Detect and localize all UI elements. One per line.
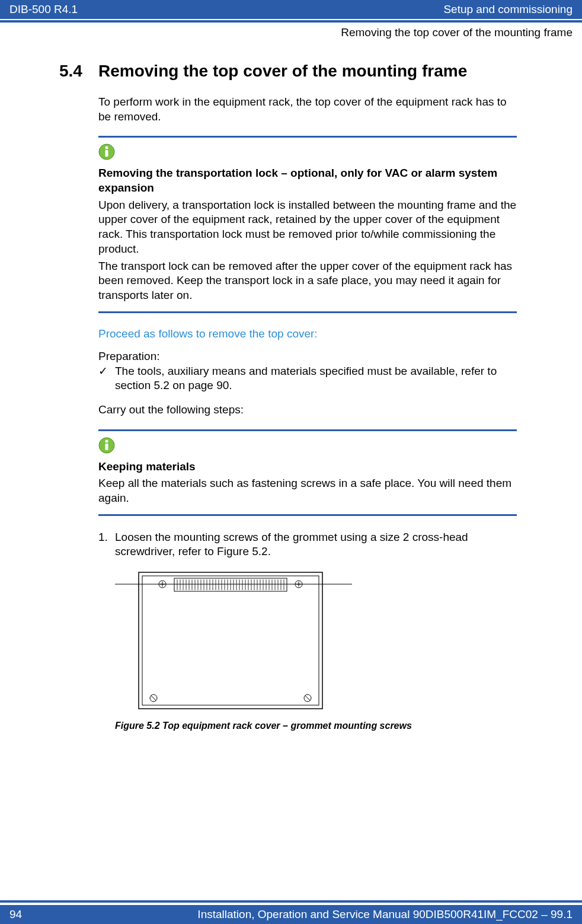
footer-text: Installation, Operation and Service Manu… [197, 908, 573, 921]
footer-overline [0, 900, 582, 903]
svg-line-54 [151, 696, 156, 700]
svg-rect-6 [139, 572, 322, 709]
note1-heading: Removing the transportation lock – optio… [98, 166, 517, 195]
header-right: Setup and commissioning [443, 3, 573, 16]
note1-p1: Upon delivery, a transportation lock is … [98, 198, 517, 257]
note2-heading: Keeping materials [98, 460, 517, 474]
figure-5-2 [115, 566, 517, 717]
section-title: Removing the top cover of the mounting f… [98, 62, 467, 81]
svg-point-4 [105, 439, 108, 442]
section-heading: 5.4 Removing the top cover of the mounti… [59, 62, 517, 81]
sub-header: Removing the top cover of the mounting f… [0, 23, 582, 39]
svg-rect-5 [105, 444, 108, 450]
intro-paragraph: To perform work in the equipment rack, t… [98, 95, 517, 124]
step-1-number: 1. [98, 530, 115, 559]
procedure-heading: Proceed as follows to remove the top cov… [98, 327, 517, 340]
page: DIB-500 R4.1 Setup and commissioning Rem… [0, 0, 582, 924]
info-icon [98, 437, 115, 454]
svg-rect-7 [142, 576, 319, 705]
figure-svg [115, 566, 352, 715]
note2-rule-top [98, 429, 517, 431]
note-transport-lock: Removing the transportation lock – optio… [98, 136, 517, 313]
step-1-text: Loosen the mounting screws of the gromme… [115, 530, 517, 559]
note2-p1: Keep all the materials such as fastening… [98, 476, 517, 505]
preparation-label: Preparation: [98, 350, 517, 363]
svg-point-1 [105, 146, 108, 149]
svg-line-56 [305, 696, 310, 700]
figure-caption: Figure 5.2 Top equipment rack cover – gr… [115, 721, 517, 731]
check-icon: ✓ [98, 364, 115, 393]
note-rule-top [98, 136, 517, 138]
note1-p2: The transport lock can be removed after … [98, 259, 517, 303]
note2-rule-bottom [98, 514, 517, 516]
content-area: 5.4 Removing the top cover of the mounti… [0, 39, 582, 731]
header-bar: DIB-500 R4.1 Setup and commissioning [0, 0, 582, 19]
note-rule-bottom [98, 311, 517, 313]
prep-item-text: The tools, auxiliary means and materials… [115, 364, 517, 393]
preparation-block: Preparation: ✓ The tools, auxiliary mean… [98, 350, 517, 393]
info-icon [98, 144, 115, 160]
page-number: 94 [9, 908, 22, 921]
note-keeping-materials: Keeping materials Keep all the materials… [98, 429, 517, 516]
prep-item-row: ✓ The tools, auxiliary means and materia… [98, 364, 517, 393]
footer-bar: 94 Installation, Operation and Service M… [0, 905, 582, 924]
header-left: DIB-500 R4.1 [9, 3, 78, 16]
section-number: 5.4 [59, 62, 98, 81]
step-1: 1. Loosen the mounting screws of the gro… [98, 530, 517, 559]
carry-out-label: Carry out the following steps: [98, 403, 517, 418]
svg-rect-2 [105, 150, 108, 157]
